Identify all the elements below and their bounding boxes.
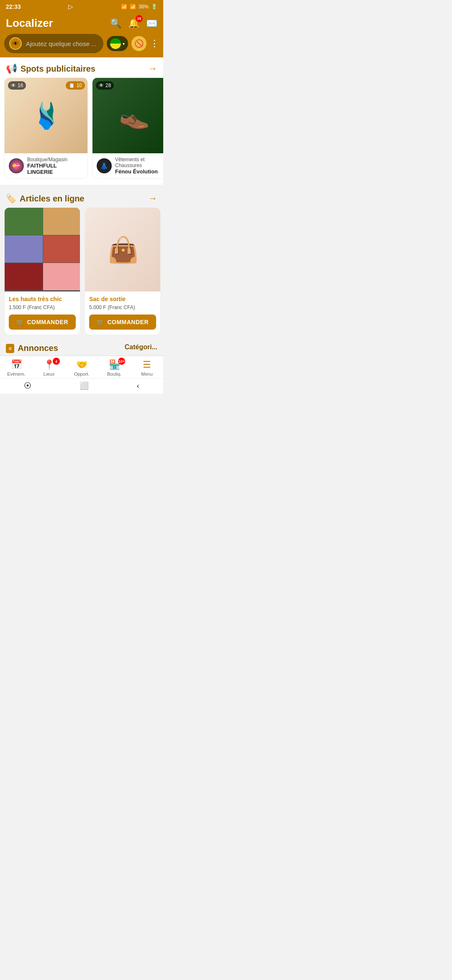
status-time: 22:33 xyxy=(6,3,21,10)
img-cell-4 xyxy=(43,235,81,263)
img-cell-2 xyxy=(43,208,81,235)
articles-title: 🏷️ Articles en ligne xyxy=(6,193,85,204)
search-logo: 👁 xyxy=(9,37,22,50)
article-price-1: 1.500 F (Franc CFA) xyxy=(9,304,76,310)
android-navigation: ⦿ ⬜ ‹ xyxy=(0,378,163,394)
spot-category-1: Boutique/Magasin xyxy=(27,157,83,162)
flag-selector[interactable]: ▾ xyxy=(107,36,128,51)
megaphone-icon: 📢 xyxy=(6,63,17,74)
spot-count-1: 📋 10 xyxy=(66,81,85,90)
android-home-button[interactable]: ⬜ xyxy=(80,381,89,390)
nav-menu[interactable]: ☰ Menu xyxy=(134,359,159,377)
spot-views-2: 👁 28 xyxy=(96,81,114,90)
img-cell-5 xyxy=(5,263,43,290)
spots-see-more[interactable]: → xyxy=(148,63,157,74)
search-input[interactable]: Ajoutez quelque chose ... xyxy=(26,40,98,47)
spot-image-2: 👁 28 xyxy=(92,78,163,153)
signal-icon: 📶 xyxy=(130,4,136,10)
menu-icon: ☰ xyxy=(143,359,151,370)
spot-image-1: 👁 16 📋 10 xyxy=(5,78,88,153)
cart-icon-1: 🛒 xyxy=(16,319,24,325)
places-badge: 4 xyxy=(53,358,60,365)
android-back-button[interactable]: ‹ xyxy=(137,382,139,390)
spots-section: 📢 Spots publicitaires → 👁 16 📋 10 💝 Bout… xyxy=(0,57,163,185)
cart-icon-2: 🛒 xyxy=(97,319,104,325)
img-cell-3 xyxy=(5,235,43,263)
img-cell-1 xyxy=(5,208,43,235)
spots-section-header: 📢 Spots publicitaires → xyxy=(0,57,163,77)
header-actions: 🔍 🔔 16 ✉️ xyxy=(110,18,157,29)
article-body-1: Les hauts très chic 1.500 F (Franc CFA) … xyxy=(5,291,80,335)
app-header: Localizer 🔍 🔔 16 ✉️ xyxy=(0,13,163,34)
wifi-icon: 📶 xyxy=(121,4,127,10)
article-image-2: 👜 xyxy=(85,208,161,291)
articles-section: 🏷️ Articles en ligne → Les haut xyxy=(0,187,163,339)
nav-opportunities-label: Opport. xyxy=(74,371,90,377)
app-title: Localizer xyxy=(6,17,53,30)
nav-places-label: Lieux xyxy=(44,371,54,377)
nav-places[interactable]: 📍 4 Lieux xyxy=(36,359,62,377)
annonces-icon: ≡ xyxy=(6,344,14,353)
article-body-2: Sac de sortie 5.000 F (Franc CFA) 🛒 COMM… xyxy=(85,291,160,335)
spots-title: 📢 Spots publicitaires xyxy=(6,63,95,74)
bottom-navigation: 📅 Evènem. 📍 4 Lieux 🤝 Opport. 🏪 10+ Bout… xyxy=(0,356,163,378)
search-button[interactable]: 🔍 xyxy=(110,18,121,29)
articles-section-header: 🏷️ Articles en ligne → xyxy=(0,187,163,207)
spot-avatar-2: 👗 xyxy=(97,158,112,173)
boutiques-badge: 10+ xyxy=(118,358,125,365)
article-card-2[interactable]: 👜 Sac de sortie 5.000 F (Franc CFA) 🛒 CO… xyxy=(85,207,161,335)
battery-text: 36% xyxy=(139,4,149,10)
spot-card-2[interactable]: 👁 28 👗 Vêtements et Chaussures Fénou Évo… xyxy=(92,77,163,179)
status-bar: 22:33 ▷ 📶 📶 36% 🔋 xyxy=(0,0,163,13)
spot-info-1: 💝 Boutique/Magasin FAITHFULL LINGERIE xyxy=(5,153,87,178)
nav-boutiques-label: Boutiq. xyxy=(107,371,121,377)
spot-name-2: Fénou Évolution xyxy=(115,168,163,175)
calendar-icon: 📅 xyxy=(11,359,22,370)
annonces-left: ≡ Annonces xyxy=(6,343,58,353)
nav-boutiques[interactable]: 🏪 10+ Boutiq. xyxy=(102,359,127,377)
more-options-button[interactable]: ⋮ xyxy=(150,38,159,49)
annonces-title-text: Annonces xyxy=(18,343,58,353)
spot-category-2: Vêtements et Chaussures xyxy=(115,157,163,168)
spot-views-1: 👁 16 xyxy=(8,81,26,90)
nav-events[interactable]: 📅 Evènem. xyxy=(4,359,29,377)
opportunities-icon: 🤝 xyxy=(76,359,87,370)
annonces-right[interactable]: Catégori... xyxy=(125,343,157,353)
article-image-1 xyxy=(5,208,80,291)
message-button[interactable]: ✉️ xyxy=(146,18,157,29)
article-price-2: 5.000 F (Franc CFA) xyxy=(89,304,156,310)
img-cell-6 xyxy=(43,263,81,290)
articles-grid: Les hauts très chic 1.500 F (Franc CFA) … xyxy=(0,207,163,339)
spot-avatar-1: 💝 xyxy=(9,158,24,173)
article-card-1[interactable]: Les hauts très chic 1.500 F (Franc CFA) … xyxy=(4,207,80,335)
spot-text-2: Vêtements et Chaussures Fénou Évolution xyxy=(115,157,163,175)
spot-name-1: FAITHFULL LINGERIE xyxy=(27,162,83,175)
spot-info-2: 👗 Vêtements et Chaussures Fénou Évolutio… xyxy=(92,153,163,178)
notification-button[interactable]: 🔔 16 xyxy=(128,18,139,29)
status-icons: 📶 📶 36% 🔋 xyxy=(121,4,157,10)
search-row: 👁 Ajoutez quelque chose ... ▾ 🚫 ⋮ xyxy=(0,34,163,57)
nav-menu-label: Menu xyxy=(141,371,153,377)
tag-icon: 🏷️ xyxy=(6,193,16,204)
nav-opportunities[interactable]: 🤝 Opport. xyxy=(69,359,94,377)
articles-title-text: Articles en ligne xyxy=(20,194,85,204)
spot-text-1: Boutique/Magasin FAITHFULL LINGERIE xyxy=(27,157,83,175)
battery-icon: 🔋 xyxy=(151,4,157,10)
spot-card-1[interactable]: 👁 16 📋 10 💝 Boutique/Magasin FAITHFULL L… xyxy=(4,77,88,179)
order-button-1[interactable]: 🛒 COMMANDER xyxy=(9,315,76,330)
annonces-section: ≡ Annonces Catégori... xyxy=(0,339,163,356)
android-recent-button[interactable]: ⦿ xyxy=(24,382,31,390)
no-wifi-button[interactable]: 🚫 xyxy=(131,36,146,51)
spots-carousel: 👁 16 📋 10 💝 Boutique/Magasin FAITHFULL L… xyxy=(0,77,163,185)
flag-dropdown-arrow: ▾ xyxy=(123,41,125,46)
flag-icon xyxy=(110,38,121,49)
play-icon: ▷ xyxy=(68,3,73,10)
search-box[interactable]: 👁 Ajoutez quelque chose ... xyxy=(4,34,103,53)
notification-badge: 16 xyxy=(136,15,143,22)
nav-events-label: Evènem. xyxy=(7,371,25,377)
articles-see-more[interactable]: → xyxy=(148,193,157,204)
article-title-2: Sac de sortie xyxy=(89,296,156,302)
order-button-2[interactable]: 🛒 COMMANDER xyxy=(89,315,156,330)
spots-title-text: Spots publicitaires xyxy=(21,64,95,74)
article-title-1: Les hauts très chic xyxy=(9,296,76,302)
